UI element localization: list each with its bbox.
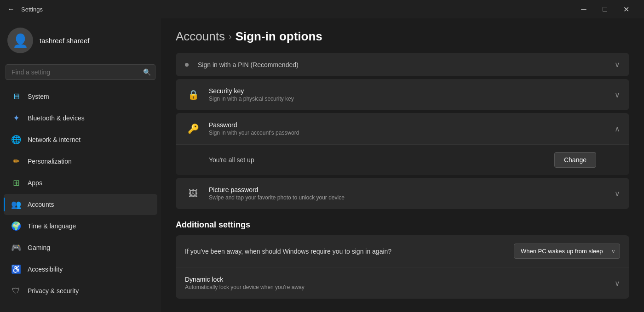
picture-password-row[interactable]: 🖼 Picture password Swipe and tap your fa… bbox=[176, 178, 629, 209]
sidebar-item-bluetooth[interactable]: ✦ Bluetooth & devices bbox=[4, 108, 157, 129]
pin-label: Sign in with a PIN (Recommended) bbox=[198, 61, 299, 68]
sidebar-item-accessibility[interactable]: ♿ Accessibility bbox=[4, 259, 157, 280]
sidebar-item-time[interactable]: 🌍 Time & language bbox=[4, 216, 157, 237]
additional-settings-title: Additional settings bbox=[176, 220, 629, 230]
additional-settings-card: If you've been away, when should Windows… bbox=[176, 235, 629, 299]
privacy-icon: 🛡 bbox=[11, 286, 21, 296]
sidebar-item-label: Apps bbox=[28, 179, 42, 187]
sidebar-item-label: Network & internet bbox=[28, 136, 80, 143]
maximize-button[interactable]: □ bbox=[594, 2, 615, 17]
main-layout: 👤 tashreef shareef 🔍 🖥 System ✦ Bluetoot… bbox=[0, 18, 644, 312]
dynamic-lock-chevron-icon: ∨ bbox=[615, 279, 620, 288]
change-password-button[interactable]: Change bbox=[554, 152, 596, 168]
sidebar-item-label: Accessibility bbox=[28, 266, 63, 273]
sidebar-item-accounts[interactable]: 👥 Accounts bbox=[4, 194, 157, 215]
settings-content: Sign in with a PIN (Recommended) ∨ 🔒 Sec… bbox=[161, 53, 644, 312]
away-question-text: If you've been away, when should Windows… bbox=[185, 248, 514, 255]
password-title: Password bbox=[209, 121, 609, 129]
password-status-text: You're all set up bbox=[209, 156, 254, 164]
minimize-button[interactable]: ─ bbox=[573, 2, 594, 17]
title-bar: ← Settings ─ □ ✕ bbox=[0, 0, 644, 18]
away-dropdown-wrapper: When PC wakes up from sleep Every time N… bbox=[514, 244, 620, 259]
window-controls: ─ □ ✕ bbox=[573, 2, 637, 17]
security-key-row[interactable]: 🔒 Security key Sign in with a physical s… bbox=[176, 79, 629, 110]
dynamic-lock-row[interactable]: Dynamic lock Automatically lock your dev… bbox=[176, 267, 629, 299]
password-row[interactable]: 🔑 Password Sign in with your account's p… bbox=[176, 113, 629, 144]
pin-dot-icon bbox=[185, 63, 189, 67]
sidebar-item-apps[interactable]: ⊞ Apps bbox=[4, 172, 157, 193]
sidebar-item-label: Time & language bbox=[28, 222, 76, 230]
password-subtitle: Sign in with your account's password bbox=[209, 130, 609, 136]
breadcrumb-parent[interactable]: Accounts bbox=[176, 29, 225, 44]
password-card: 🔑 Password Sign in with your account's p… bbox=[176, 113, 629, 175]
sidebar-item-label: System bbox=[28, 93, 49, 100]
sidebar-item-network[interactable]: 🌐 Network & internet bbox=[4, 129, 157, 150]
bluetooth-icon: ✦ bbox=[11, 113, 21, 123]
picture-password-subtitle: Swipe and tap your favorite photo to unl… bbox=[209, 194, 609, 201]
sidebar-item-label: Privacy & security bbox=[28, 287, 79, 295]
sidebar-item-label: Personalization bbox=[28, 158, 72, 165]
security-key-title: Security key bbox=[209, 87, 609, 95]
dynamic-lock-text: Dynamic lock Automatically lock your dev… bbox=[185, 276, 305, 290]
security-key-chevron-icon: ∨ bbox=[615, 91, 620, 99]
sidebar-item-privacy[interactable]: 🛡 Privacy & security bbox=[4, 280, 157, 301]
accounts-icon: 👥 bbox=[11, 199, 21, 210]
pin-setting-card[interactable]: Sign in with a PIN (Recommended) ∨ bbox=[176, 53, 629, 76]
search-container: 🔍 bbox=[0, 61, 161, 85]
sidebar-item-gaming[interactable]: 🎮 Gaming bbox=[4, 237, 157, 258]
security-key-icon: 🔒 bbox=[185, 86, 201, 103]
password-chevron-icon: ∧ bbox=[615, 125, 620, 133]
user-profile[interactable]: 👤 tashreef shareef bbox=[0, 18, 161, 61]
accessibility-icon: ♿ bbox=[11, 264, 21, 274]
back-button[interactable]: ← bbox=[7, 5, 15, 13]
sidebar-item-label: Gaming bbox=[28, 244, 50, 251]
picture-password-text: Picture password Swipe and tap your favo… bbox=[209, 186, 609, 201]
avatar: 👤 bbox=[7, 28, 33, 53]
away-dropdown[interactable]: When PC wakes up from sleep Every time N… bbox=[514, 244, 620, 259]
network-icon: 🌐 bbox=[11, 135, 21, 145]
close-button[interactable]: ✕ bbox=[615, 2, 637, 17]
security-key-text: Security key Sign in with a physical sec… bbox=[209, 87, 609, 102]
content-area: Accounts › Sign-in options Sign in with … bbox=[161, 18, 644, 312]
user-name: tashreef shareef bbox=[40, 37, 89, 45]
picture-password-chevron-icon: ∨ bbox=[615, 189, 620, 198]
apps-icon: ⊞ bbox=[11, 178, 21, 188]
page-title: Sign-in options bbox=[236, 29, 322, 44]
gaming-icon: 🎮 bbox=[11, 243, 21, 253]
dynamic-lock-title: Dynamic lock bbox=[185, 276, 305, 283]
picture-password-title: Picture password bbox=[209, 186, 609, 193]
breadcrumb: Accounts › Sign-in options bbox=[176, 29, 629, 44]
avatar-icon: 👤 bbox=[12, 33, 29, 48]
page-header: Accounts › Sign-in options bbox=[161, 18, 644, 53]
system-icon: 🖥 bbox=[11, 91, 21, 102]
sidebar: 👤 tashreef shareef 🔍 🖥 System ✦ Bluetoot… bbox=[0, 18, 161, 312]
picture-password-card: 🖼 Picture password Swipe and tap your fa… bbox=[176, 178, 629, 209]
password-text: Password Sign in with your account's pas… bbox=[209, 121, 609, 136]
security-key-subtitle: Sign in with a physical security key bbox=[209, 96, 609, 102]
breadcrumb-separator: › bbox=[229, 31, 232, 42]
picture-password-icon: 🖼 bbox=[185, 185, 201, 202]
sidebar-item-system[interactable]: 🖥 System bbox=[4, 86, 157, 107]
sidebar-item-label: Bluetooth & devices bbox=[28, 114, 85, 122]
away-question-row: If you've been away, when should Windows… bbox=[176, 235, 629, 267]
security-key-card: 🔒 Security key Sign in with a physical s… bbox=[176, 79, 629, 110]
sidebar-item-label: Accounts bbox=[28, 201, 54, 208]
search-wrapper: 🔍 bbox=[6, 64, 155, 80]
app-title: Settings bbox=[21, 6, 43, 13]
time-icon: 🌍 bbox=[11, 221, 21, 231]
password-expanded-section: You're all set up Change bbox=[176, 144, 629, 175]
password-icon: 🔑 bbox=[185, 120, 201, 137]
sidebar-nav: 🖥 System ✦ Bluetooth & devices 🌐 Network… bbox=[0, 85, 161, 302]
dynamic-lock-subtitle: Automatically lock your device when you'… bbox=[185, 284, 305, 290]
pin-chevron-icon: ∨ bbox=[615, 60, 620, 69]
sidebar-item-personalization[interactable]: ✏ Personalization bbox=[4, 151, 157, 172]
personalization-icon: ✏ bbox=[11, 156, 21, 166]
search-input[interactable] bbox=[6, 64, 155, 80]
